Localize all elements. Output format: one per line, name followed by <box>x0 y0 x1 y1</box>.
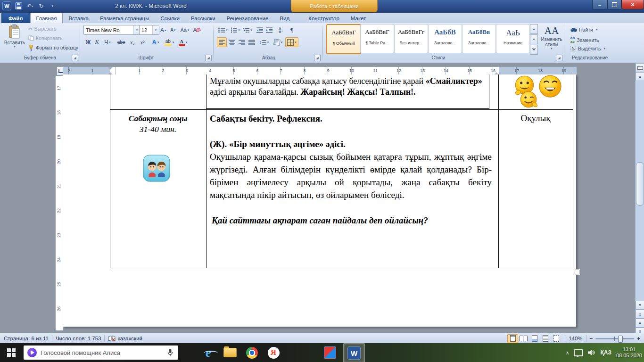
first-line-indent-marker[interactable] <box>108 67 113 70</box>
fullscreen-reading-view-icon[interactable] <box>518 334 529 343</box>
scrollbar-thumb[interactable] <box>636 162 644 206</box>
italic-button[interactable]: К <box>92 37 101 47</box>
borders-button[interactable]: ▾ <box>285 37 298 47</box>
text-effects-button[interactable]: А▾ <box>149 37 162 47</box>
taskbar-internet-explorer[interactable]: e <box>198 343 219 362</box>
tab-view[interactable]: Вид <box>274 13 295 23</box>
font-dialog-launcher[interactable]: ◢ <box>205 55 212 61</box>
volume-icon[interactable] <box>588 349 595 356</box>
taskbar-chrome[interactable] <box>241 343 262 362</box>
font-color-button[interactable]: А▾ <box>176 37 190 47</box>
paste-button[interactable]: Вставить ▾ <box>3 24 26 48</box>
styles-scroll-down-icon[interactable]: ▼ <box>530 34 538 44</box>
align-center-button[interactable] <box>227 37 237 47</box>
minimize-button[interactable]: – <box>592 0 607 9</box>
word-app-icon[interactable]: W <box>2 1 11 10</box>
tab-references[interactable]: Ссылки <box>155 13 185 23</box>
shrink-font-button[interactable]: А▼ <box>168 25 178 35</box>
tab-insert[interactable]: Вставка <box>63 13 94 23</box>
assessment-text-cell[interactable]: Мұғалім оқушыларды сабаққа қатысу белсен… <box>210 76 486 98</box>
align-left-button[interactable] <box>217 37 227 47</box>
find-button[interactable]: Найти▾ <box>569 26 599 33</box>
zoom-level[interactable]: 140% <box>569 336 582 341</box>
show-paragraph-marks-button[interactable]: ¶ <box>287 25 297 35</box>
taskbar-word-active[interactable]: W <box>343 343 365 362</box>
subscript-button[interactable]: х₂ <box>127 37 138 47</box>
styles-dialog-launcher[interactable]: ◢ <box>556 55 562 61</box>
ruler-toggle-icon[interactable] <box>636 63 644 72</box>
zoom-in-icon[interactable]: + <box>637 336 640 341</box>
style-item-no-spacing[interactable]: АаБбВвГг Без интер... <box>394 24 428 53</box>
copy-button[interactable]: Копировать <box>26 34 65 42</box>
close-button[interactable]: × <box>621 0 644 9</box>
table-resize-handle[interactable] <box>575 270 579 274</box>
document-page[interactable]: Мұғалім оқушыларды сабаққа қатысу белсен… <box>63 74 576 327</box>
undo-icon[interactable]: ↶▾ <box>26 2 34 10</box>
clipboard-dialog-launcher[interactable]: ◢ <box>72 55 78 61</box>
start-button[interactable] <box>0 343 23 362</box>
display-tray-icon[interactable] <box>574 349 583 356</box>
style-item-table-paragraph[interactable]: АаБбВвГ ¶ Table Pa... <box>360 24 394 53</box>
tab-table-design[interactable]: Конструктор <box>303 13 345 23</box>
style-item-heading1[interactable]: АаБбВ Заголово... <box>428 24 462 53</box>
draft-view-icon[interactable] <box>551 334 561 343</box>
word-count[interactable]: Число слов: 1 753 <box>56 336 101 341</box>
bullets-button[interactable]: ▾ <box>217 25 229 35</box>
outline-view-icon[interactable] <box>540 334 551 343</box>
clear-formatting-button[interactable]: А <box>191 25 202 35</box>
zoom-slider-thumb[interactable] <box>618 336 623 343</box>
styles-scroll-up-icon[interactable]: ▲ <box>530 24 538 34</box>
hidden-icons-chevron[interactable]: ∧ <box>566 350 569 355</box>
strikethrough-button[interactable]: abe <box>115 37 127 47</box>
style-item-title[interactable]: АаЬ Название <box>496 24 530 53</box>
language-switcher[interactable]: ҚАЗ <box>600 349 611 356</box>
increase-indent-button[interactable] <box>264 25 274 35</box>
taskbar-yandex-browser[interactable]: Я <box>263 343 284 362</box>
tab-mailings[interactable]: Рассылки <box>185 13 221 23</box>
bold-button[interactable]: Ж <box>83 37 93 47</box>
microphone-icon[interactable] <box>167 348 173 357</box>
shading-button[interactable]: ▾ <box>272 37 285 47</box>
scroll-up-icon[interactable]: ▲ <box>636 72 644 81</box>
cut-button[interactable]: ✂ Вырезать <box>26 25 58 33</box>
font-family-combo[interactable]: Times New Ro▾ <box>83 25 140 35</box>
scroll-down-icon[interactable]: ▼ <box>636 301 644 310</box>
zoom-out-icon[interactable]: − <box>590 336 593 341</box>
qat-customize-icon[interactable]: ▾ <box>49 2 57 10</box>
highlight-color-button[interactable]: ab▾ <box>162 37 176 47</box>
vertical-scrollbar[interactable]: ▲ ▼ ▲▲ ● ▼▼ <box>635 63 644 333</box>
paragraph-dialog-launcher[interactable]: ◢ <box>314 55 321 61</box>
underline-button[interactable]: Ч▾ <box>101 37 114 47</box>
page-indicator[interactable]: Страница: 6 из 11 <box>4 336 49 341</box>
language-indicator[interactable]: казахский <box>117 336 142 341</box>
sort-button[interactable]: АЯ ↓ <box>275 25 287 35</box>
select-button[interactable]: Выделить▾ <box>569 45 607 52</box>
multilevel-list-button[interactable]: ▾ <box>241 25 254 35</box>
save-icon[interactable] <box>15 2 23 10</box>
lesson-stage-cell[interactable]: Сабақтың соңы 31-40 мин. <box>110 113 206 135</box>
taskbar-file-explorer[interactable] <box>220 343 240 362</box>
font-size-combo[interactable]: 12▾ <box>139 25 159 35</box>
tab-review[interactable]: Рецензирование <box>221 13 274 23</box>
print-layout-view-icon[interactable] <box>507 334 518 343</box>
tab-table-layout[interactable]: Макет <box>345 13 372 23</box>
tab-file[interactable]: Файл <box>1 13 30 23</box>
previous-page-icon[interactable]: ▲▲ <box>636 310 644 319</box>
vertical-ruler[interactable]: 17181920212223242526 <box>55 75 63 331</box>
tab-home[interactable]: Главная <box>30 13 63 23</box>
format-painter-button[interactable]: Формат по образцу <box>26 44 80 52</box>
tab-page-layout[interactable]: Разметка страницы <box>94 13 155 23</box>
replace-button[interactable]: abac Заменить <box>569 35 601 45</box>
resources-cell[interactable]: Оқулық <box>499 113 572 123</box>
style-item-heading2[interactable]: АаБбВв Заголово... <box>462 24 496 53</box>
change-case-button[interactable]: Аа▾ <box>178 25 191 35</box>
style-item-normal[interactable]: АаБбВвГ ¶ Обычный <box>326 24 361 54</box>
justify-button[interactable] <box>247 37 256 47</box>
line-spacing-button[interactable]: ↕ ▾ <box>257 37 271 47</box>
redo-icon[interactable]: ↻ <box>37 2 45 10</box>
alice-search-box[interactable]: Голосовой помощник Алиса <box>24 346 178 360</box>
decrease-indent-button[interactable] <box>255 25 264 35</box>
maximize-button[interactable] <box>607 0 621 9</box>
numbering-button[interactable]: ▾ <box>229 25 241 35</box>
zoom-slider[interactable] <box>595 338 634 339</box>
